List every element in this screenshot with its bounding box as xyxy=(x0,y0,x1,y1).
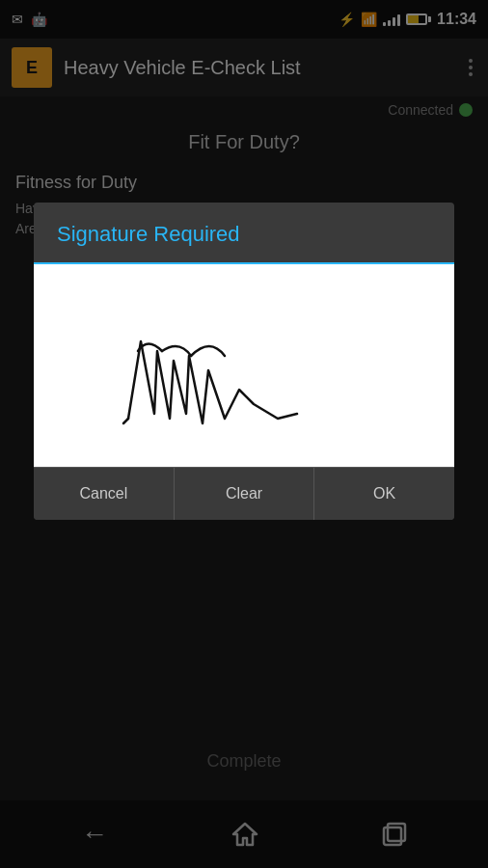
signature-dialog: Signature Required Cancel Clear OK xyxy=(34,203,454,520)
signature-canvas[interactable] xyxy=(34,264,454,467)
dialog-buttons: Cancel Clear OK xyxy=(34,467,454,520)
dialog-title: Signature Required xyxy=(34,203,454,264)
cancel-button[interactable]: Cancel xyxy=(34,468,175,520)
ok-button[interactable]: OK xyxy=(314,468,454,520)
clear-button[interactable]: Clear xyxy=(175,468,315,520)
signature-drawing xyxy=(34,264,454,467)
